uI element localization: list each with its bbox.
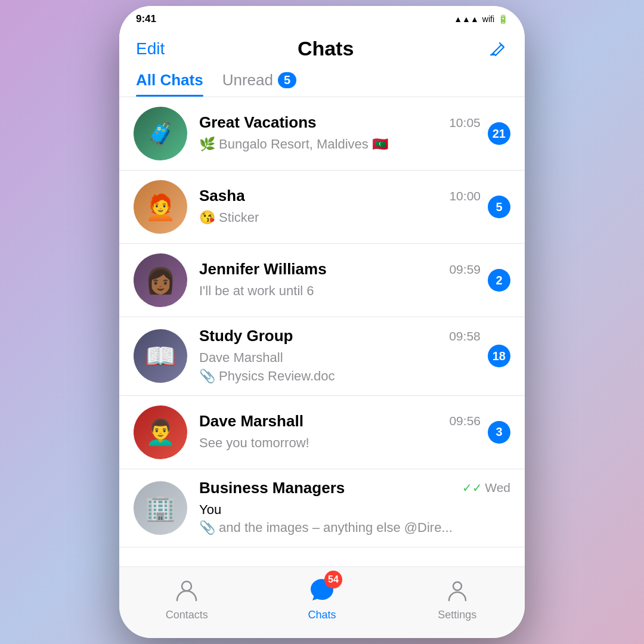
- chat-preview-sender: You: [199, 501, 510, 519]
- chat-header: Business Managers ✓✓ Wed: [199, 479, 510, 497]
- chat-preview-message: 📎 Physics Review.doc: [199, 367, 481, 386]
- svg-point-1: [182, 581, 191, 591]
- chats-icon: 54: [306, 574, 338, 605]
- nav-bar: Edit Chats All Chats Unread 5: [119, 32, 525, 97]
- unread-count-badge: 5: [278, 72, 296, 88]
- unread-badge: 2: [488, 269, 510, 292]
- tabs-container: All Chats Unread 5: [136, 66, 508, 97]
- avatar: 👩🏾: [134, 253, 187, 307]
- chat-name: Dave Marshall: [199, 412, 304, 431]
- edit-button[interactable]: Edit: [136, 39, 165, 58]
- chat-name: Sasha: [199, 187, 245, 205]
- list-item[interactable]: 👩🏾 Jennifer Williams 09:59 I'll be at wo…: [119, 244, 525, 317]
- chat-name: Study Group: [199, 327, 293, 345]
- chat-preview: 😘 Sticker: [199, 210, 259, 225]
- avatar: 📖: [134, 329, 187, 383]
- contacts-icon: [171, 574, 202, 605]
- chat-time: 09:56: [449, 414, 481, 428]
- chat-header: Jennifer Williams 09:59: [199, 260, 481, 278]
- double-check-icon: ✓✓: [462, 481, 482, 495]
- tab-bar: Contacts 54 Chats Settings: [119, 566, 525, 638]
- chat-preview: 🌿 Bungalo Resort, Maldives 🇲🇻: [199, 137, 388, 151]
- compose-button[interactable]: [487, 38, 508, 60]
- list-item[interactable]: 📖 Study Group 09:58 Dave Marshall 📎 Phys…: [119, 317, 525, 396]
- unread-badge: 21: [488, 122, 510, 145]
- chat-name: Jennifer Williams: [199, 260, 327, 278]
- chat-preview-sender: Dave Marshall: [199, 349, 481, 367]
- avatar: 🧑‍🦰: [134, 180, 187, 234]
- contacts-label: Contacts: [166, 609, 208, 621]
- list-item[interactable]: 🧑‍🦰 Sasha 10:00 😘 Sticker 5: [119, 171, 525, 244]
- chat-content: Sasha 10:00 😘 Sticker: [199, 187, 481, 227]
- chat-content: Study Group 09:58 Dave Marshall 📎 Physic…: [199, 327, 481, 386]
- unread-badge: 3: [488, 421, 510, 444]
- chat-content: Business Managers ✓✓ Wed You 📎 and the i…: [199, 479, 510, 538]
- avatar: 🧳: [134, 107, 187, 160]
- chat-time: ✓✓ Wed: [462, 481, 510, 495]
- wifi-icon: wifi: [482, 14, 494, 24]
- chat-preview: See you tomorrow!: [199, 435, 309, 450]
- status-icons: ▲▲▲ wifi 🔋: [454, 14, 508, 24]
- settings-label: Settings: [438, 609, 476, 621]
- list-item[interactable]: 👨‍🦱 Dave Marshall 09:56 See you tomorrow…: [119, 396, 525, 469]
- status-time: 9:41: [136, 13, 156, 25]
- chats-label: Chats: [308, 609, 336, 621]
- chats-badge: 54: [324, 571, 342, 589]
- chat-header: Great Vacations 10:05: [199, 113, 481, 132]
- signal-icon: ▲▲▲: [454, 14, 479, 24]
- tab-bar-item-settings[interactable]: Settings: [389, 574, 525, 621]
- chat-header: Sasha 10:00: [199, 187, 481, 205]
- phone-frame: 9:41 ▲▲▲ wifi 🔋 Edit Chats All Chats: [119, 6, 525, 638]
- tab-bar-item-contacts[interactable]: Contacts: [119, 574, 255, 621]
- chat-content: Dave Marshall 09:56 See you tomorrow!: [199, 412, 481, 453]
- chat-preview: I'll be at work until 6: [199, 283, 314, 298]
- chat-content: Jennifer Williams 09:59 I'll be at work …: [199, 260, 481, 301]
- chat-preview-message: 📎 and the images – anything else @Dire..…: [199, 519, 510, 537]
- chat-name: Business Managers: [199, 479, 345, 497]
- chat-header: Dave Marshall 09:56: [199, 412, 481, 431]
- tab-unread[interactable]: Unread 5: [222, 66, 296, 97]
- chat-content: Great Vacations 10:05 🌿 Bungalo Resort, …: [199, 113, 481, 154]
- battery-icon: 🔋: [498, 14, 508, 24]
- svg-point-2: [453, 582, 462, 590]
- avatar: 👨‍🦱: [134, 405, 187, 459]
- tab-bar-item-chats[interactable]: 54 Chats: [255, 574, 390, 621]
- avatar: 🏢: [134, 481, 187, 535]
- list-item[interactable]: 🧳 Great Vacations 10:05 🌿 Bungalo Resort…: [119, 97, 525, 171]
- chat-list: 🧳 Great Vacations 10:05 🌿 Bungalo Resort…: [119, 97, 525, 566]
- chat-time: 09:59: [449, 262, 481, 277]
- svg-rect-0: [490, 54, 494, 55]
- chat-name: Great Vacations: [199, 113, 317, 132]
- status-bar: 9:41 ▲▲▲ wifi 🔋: [119, 6, 525, 32]
- settings-icon: [442, 574, 473, 605]
- nav-top: Edit Chats: [136, 37, 508, 60]
- chat-time: 09:58: [449, 329, 481, 343]
- chat-time: 10:05: [449, 116, 481, 130]
- page-title: Chats: [298, 37, 354, 60]
- tab-all-chats[interactable]: All Chats: [136, 66, 203, 97]
- chat-time: 10:00: [449, 189, 481, 203]
- chat-header: Study Group 09:58: [199, 327, 481, 345]
- unread-badge: 5: [488, 196, 510, 218]
- unread-badge: 18: [488, 345, 510, 367]
- list-item[interactable]: 🏢 Business Managers ✓✓ Wed You 📎 and the…: [119, 469, 525, 548]
